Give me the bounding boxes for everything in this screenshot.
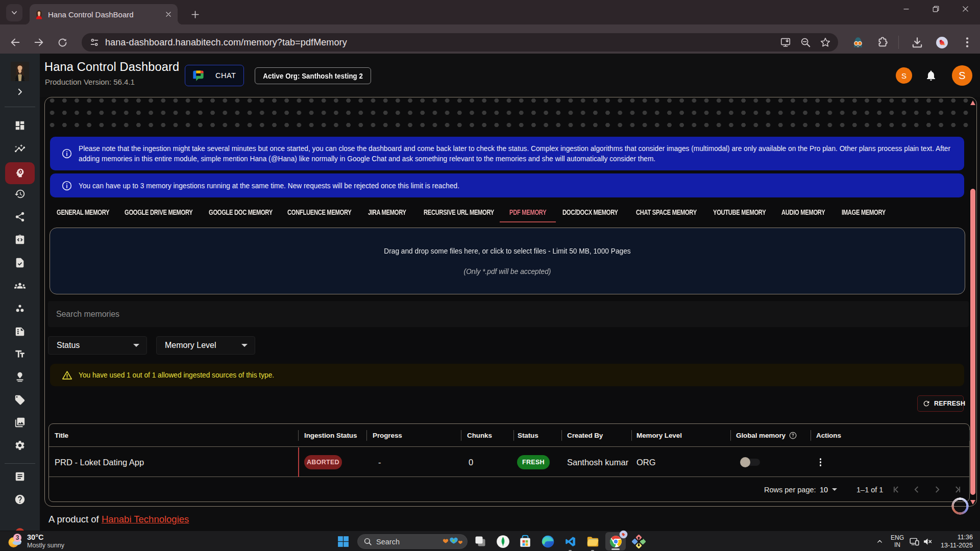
scrollbar-thumb[interactable] <box>970 189 975 495</box>
tray-language[interactable]: ENG IN <box>887 534 908 548</box>
edge-app-icon[interactable] <box>539 533 556 550</box>
groups-icon[interactable] <box>14 280 26 291</box>
tab-confluence-memory[interactable]: CONFLUENCE MEMORY <box>287 208 351 216</box>
hana-avatar[interactable] <box>11 62 29 81</box>
help-icon[interactable] <box>14 494 26 505</box>
history-icon[interactable] <box>14 188 26 199</box>
tray-clock[interactable]: 11:36 13-11-2025 <box>941 533 973 549</box>
tray-expand-icon[interactable] <box>873 538 887 545</box>
extensions-puzzle-icon[interactable] <box>876 36 889 49</box>
bookmark-star-icon[interactable] <box>820 37 831 48</box>
memory-level-filter-select[interactable]: Memory Level <box>156 336 255 355</box>
vscode-app-icon[interactable] <box>561 533 579 550</box>
file-dropzone[interactable]: Drag and drop some files here, or click … <box>50 228 965 294</box>
row-actions-menu-icon[interactable] <box>820 458 821 466</box>
text-fields-icon[interactable] <box>14 348 26 360</box>
minimize-button[interactable] <box>891 0 921 17</box>
browser-menu-icon[interactable] <box>961 36 974 49</box>
task-icon[interactable] <box>14 257 26 268</box>
tab-doc-docx-memory[interactable]: DOC/DOCX MEMORY <box>562 208 618 216</box>
tab-youtube-memory[interactable]: YOUTUBE MEMORY <box>713 208 766 216</box>
previous-page-button[interactable] <box>911 484 923 495</box>
dashboard-icon[interactable] <box>14 120 26 131</box>
back-button[interactable] <box>7 34 24 51</box>
page-scrollbar[interactable] <box>970 101 975 505</box>
help-circle-icon[interactable] <box>789 432 797 439</box>
global-memory-switch-thumb[interactable] <box>740 457 750 467</box>
integration-icon[interactable] <box>14 234 26 245</box>
tab-audio-memory[interactable]: AUDIO MEMORY <box>781 208 825 216</box>
article-icon[interactable] <box>14 471 26 482</box>
bubble-chart-icon[interactable] <box>14 303 26 314</box>
summarize-icon[interactable] <box>14 326 26 337</box>
taskbar-search[interactable]: Search <box>357 534 468 549</box>
column-chunks[interactable]: Chunks <box>467 424 492 447</box>
tab-search-button[interactable] <box>6 4 22 21</box>
browser-tab[interactable]: Hana Control DashBoard <box>30 4 178 24</box>
column-created-by[interactable]: Created By <box>567 424 603 447</box>
tray-cast-icon[interactable] <box>908 535 921 548</box>
assistant-fab-ring[interactable] <box>951 497 969 515</box>
sidebar-item-memory-active[interactable] <box>5 162 35 184</box>
table-row[interactable]: PRD - Loket Dating App ABORTED - 0 FRESH… <box>49 447 969 477</box>
sell-tag-icon[interactable] <box>14 394 26 406</box>
reload-button[interactable] <box>54 34 71 51</box>
column-title[interactable]: Title <box>55 424 68 447</box>
restore-button[interactable] <box>921 0 950 17</box>
notifications-bell-icon[interactable] <box>925 69 937 82</box>
profile-avatar[interactable] <box>936 36 948 49</box>
column-actions[interactable]: Actions <box>816 424 841 447</box>
column-memory-level[interactable]: Memory Level <box>636 424 682 447</box>
share-icon[interactable] <box>14 211 26 222</box>
user-avatar[interactable]: S <box>952 65 972 86</box>
scrollbar-down-arrow[interactable] <box>970 500 975 505</box>
start-button[interactable] <box>334 533 352 550</box>
scrollbar-up-arrow[interactable] <box>970 101 975 105</box>
extension-robot-icon[interactable] <box>851 36 865 49</box>
install-app-icon[interactable] <box>780 37 791 48</box>
address-bar[interactable]: hana-dashboard.hanabitech.com/memory?tab… <box>82 33 838 52</box>
tab-google-drive-memory[interactable]: GOOGLE DRIVE MEMORY <box>125 208 193 216</box>
rows-per-page-select[interactable]: 10 <box>820 486 837 494</box>
tray-volume-muted-icon[interactable] <box>921 535 935 548</box>
chat-button[interactable]: CHAT <box>185 65 244 86</box>
column-progress[interactable]: Progress <box>373 424 402 447</box>
first-page-button[interactable] <box>890 484 902 495</box>
search-input[interactable]: Search memories <box>48 301 969 327</box>
org-avatar-badge[interactable]: S <box>896 67 912 84</box>
tab-recursive-url-memory[interactable]: RECURSIVE URL MEMORY <box>424 208 494 216</box>
downloads-icon[interactable] <box>911 36 924 49</box>
chrome-app-icon-active[interactable] <box>605 532 626 550</box>
new-tab-button[interactable] <box>187 6 203 22</box>
tab-general-memory[interactable]: GENERAL MEMORY <box>57 208 109 216</box>
status-filter-select[interactable]: Status <box>48 336 147 355</box>
active-org-button[interactable]: Active Org: Santhosh testing 2 <box>255 67 371 84</box>
settings-icon[interactable] <box>14 440 26 451</box>
footer-company-link[interactable]: Hanabi Technologies <box>102 514 189 524</box>
refresh-button[interactable]: REFRESH <box>917 395 964 412</box>
tab-chat-space-memory[interactable]: CHAT SPACE MEMORY <box>636 208 697 216</box>
file-explorer-app-icon[interactable] <box>584 533 601 550</box>
zoom-icon[interactable] <box>800 37 811 48</box>
tab-jira-memory[interactable]: JIRA MEMORY <box>368 208 406 216</box>
microsoft-store-app-icon[interactable] <box>517 533 534 550</box>
mongodb-app-icon[interactable] <box>494 533 511 550</box>
tab-close-icon[interactable] <box>164 10 173 18</box>
url-text[interactable]: hana-dashboard.hanabitech.com/memory?tab… <box>105 37 780 48</box>
column-ingestion-status[interactable]: Ingestion Status <box>304 424 357 447</box>
task-view-button[interactable] <box>472 533 489 550</box>
next-page-button[interactable] <box>931 484 943 495</box>
site-info-icon[interactable] <box>89 37 100 48</box>
column-global-memory[interactable]: Global memory <box>736 424 797 447</box>
sidebar-expand-button[interactable] <box>13 85 27 98</box>
approval-icon[interactable] <box>14 371 26 383</box>
tab-image-memory[interactable]: IMAGE MEMORY <box>842 208 886 216</box>
taskbar-weather-widget[interactable]: 3 30°C Mostly sunny <box>7 531 64 551</box>
close-window-button[interactable] <box>950 0 980 17</box>
tab-google-doc-memory[interactable]: GOOGLE DOC MEMORY <box>209 208 273 216</box>
last-page-button[interactable] <box>951 484 964 495</box>
column-status[interactable]: Status <box>518 424 538 447</box>
tab-pdf-memory[interactable]: PDF MEMORY <box>509 208 546 216</box>
git-extensions-app-icon[interactable] <box>630 533 647 550</box>
forward-button[interactable] <box>30 34 47 51</box>
